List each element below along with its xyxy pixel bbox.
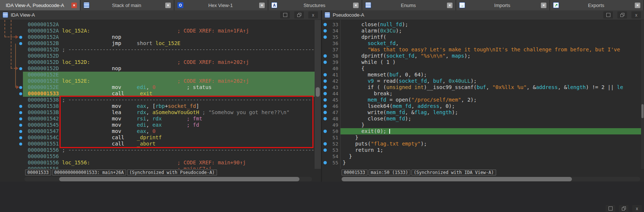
assembly-listing[interactable]: 000000152A000000152A loc_152A: ; CODE XR… [23,20,315,169]
asm-line[interactable]: 000000152D loc_152D: ; CODE XREF: main+2… [23,59,315,65]
tab-close-icon[interactable]: × [447,3,453,8]
breakpoint-dot[interactable] [323,111,327,114]
breakpoint-dot[interactable] [323,29,327,33]
instruction-dot[interactable] [19,124,22,127]
float-button[interactable] [619,205,628,212]
pseudocode-line[interactable]: dprintf(socket_fd, "%s\n\n", maps); [340,53,644,59]
asm-line[interactable]: 000000154C call _dprintf [23,134,315,141]
pseudocode-line[interactable]: { [340,65,644,72]
tab-stack-of-main[interactable]: Stack of main× [81,0,174,10]
disassembly-view[interactable]: 000000152A000000152A loc_152A: ; CODE XR… [0,20,321,169]
pseudocode-line[interactable]: } [340,122,644,128]
pseudocode-line[interactable]: mem_fd = open("/proc/self/mem", 2); [340,97,644,103]
breakpoint-dot[interactable] [323,92,327,95]
instruction-dot[interactable] [19,36,22,39]
breakpoint-gutter[interactable]: 3334353637383940414243444546474849505152… [322,20,340,169]
instruction-dot[interactable] [19,143,22,146]
asm-line[interactable]: 000000153B lea rdx, aSomehowYouGotH ; "S… [23,109,315,116]
scrollbar-thumb[interactable] [59,177,299,181]
breakpoint-dot[interactable] [323,130,327,133]
breakpoint-dot[interactable] [323,161,327,164]
vertical-scrollbar[interactable] [315,20,321,169]
breakpoint-dot[interactable] [323,61,327,64]
pseudocode-listing[interactable]: close(null_fd); alarm(0x3Cu); dprintf( s… [340,20,644,169]
asm-line[interactable]: 000000152E [23,72,315,78]
asm-line[interactable]: 0000001542 mov rsi, rdx ; fmt [23,116,315,122]
pseudocode-line[interactable]: dprintf( [340,34,644,40]
asm-line[interactable]: 000000152D [23,53,315,59]
horizontal-scrollbar[interactable] [322,176,644,182]
pseudocode-line[interactable]: } [340,153,644,160]
pseudocode-line[interactable]: v9 = read(socket_fd, buf, 0x40uLL); [340,78,644,84]
instruction-dot[interactable] [19,117,22,120]
pseudocode-line[interactable]: close(null_fd); [340,21,644,28]
pseudocode-line[interactable]: socket_fd, [340,40,644,47]
tab-close-icon[interactable]: × [71,3,77,8]
breakpoint-dot[interactable] [323,117,327,120]
asm-line[interactable]: 0000001556 ; main+C7↑j [23,166,315,169]
vertical-scrollbar[interactable] [641,20,644,169]
horizontal-scrollbar[interactable] [0,176,321,182]
pseudocode-line[interactable]: write(mem_fd, &flag, length); [340,109,644,116]
scrollbar-thumb[interactable] [316,87,320,97]
instruction-dot[interactable] [19,111,22,114]
instruction-dot[interactable] [19,130,22,133]
pseudocode-view[interactable]: 3334353637383940414243444546474849505152… [322,20,644,169]
asm-line[interactable]: 000000152D ; ---------------------------… [23,47,315,53]
tab-hex-view-1[interactable]: OHex View-1× [174,0,268,10]
asm-line[interactable]: 0000001556 [23,153,315,160]
tab-enums[interactable]: Enums× [362,0,456,10]
asm-line[interactable]: 0000001556 ; ---------------------------… [23,147,315,153]
asm-line[interactable]: 000000152E loc_152E: ; CODE XREF: main+2… [23,78,315,84]
scrollbar-thumb[interactable] [641,104,644,118]
breakpoint-dot[interactable] [323,23,327,26]
pseudocode-line[interactable]: alarm(0x3Cu); [340,28,644,34]
asm-line[interactable]: 0000001538 ; ---------------------------… [23,97,315,103]
asm-line[interactable]: 000000152A [23,21,315,28]
asm-line[interactable]: 000000152A loc_152A: ; CODE XREF: main+1… [23,28,315,34]
asm-line[interactable]: 0000001533 call _exit [23,90,315,97]
close-button[interactable]: x [308,11,318,18]
pseudocode-line[interactable]: lseek64(mem_fd, address, 0); [340,103,644,109]
instruction-dot[interactable] [19,86,22,89]
asm-line[interactable]: 0000001545 mov edi, eax ; fd [23,122,315,128]
maximize-button[interactable] [603,11,613,18]
asm-line[interactable]: 0000001556 loc_1556: ; CODE XREF: main+9… [23,160,315,166]
tab-structures[interactable]: AStructures× [268,0,362,10]
tab-close-icon[interactable]: × [165,3,171,8]
scrollbar-thumb[interactable] [342,177,572,181]
tab-close-icon[interactable]: × [541,3,546,8]
breakpoint-dot[interactable] [323,142,327,146]
pseudocode-line[interactable]: while ( 1 ) [340,59,644,65]
instruction-dot[interactable] [19,67,22,70]
instruction-dot[interactable] [19,42,22,45]
asm-line[interactable]: 0000001547 mov eax, 0 [23,128,315,134]
asm-line[interactable]: 000000152D nop [23,65,315,72]
breakpoint-dot[interactable] [323,86,327,89]
breakpoint-dot[interactable] [323,105,327,108]
tab-exports[interactable]: ↗Exports× [550,0,644,10]
tab-close-icon[interactable]: × [635,3,640,8]
instruction-dot[interactable] [19,92,22,95]
pseudocode-line[interactable]: return 1; [340,147,644,153]
pseudocode-line[interactable]: break; [340,90,644,97]
pseudocode-line[interactable]: } [340,134,644,141]
pseudocode-line[interactable]: "Was that too easy? Let's make it tough\… [340,47,644,53]
maximize-button[interactable] [606,205,615,212]
pseudocode-line[interactable]: } [340,160,644,166]
tab-ida-view-a-pseudocode-a[interactable]: IDA View-A, Pseudocode-A× [0,0,81,10]
pseudocode-line[interactable]: if ( (unsigned int)__isoc99_sscanf(buf, … [340,84,644,90]
tab-imports[interactable]: →Imports× [456,0,550,10]
breakpoint-dot[interactable] [323,54,327,58]
asm-line[interactable]: 000000152A nop [23,34,315,40]
asm-line[interactable]: 000000152E mov edi, 0 ; status [23,84,315,90]
breakpoint-dot[interactable] [323,98,327,102]
float-button[interactable] [617,11,627,18]
breakpoint-dot[interactable] [323,35,327,39]
instruction-dot[interactable] [19,105,22,108]
asm-line[interactable]: 0000001551 call _abort [23,141,315,147]
breakpoint-dot[interactable] [323,148,327,152]
breakpoint-dot[interactable] [323,79,327,83]
maximize-button[interactable] [280,11,290,18]
float-button[interactable] [294,11,304,18]
